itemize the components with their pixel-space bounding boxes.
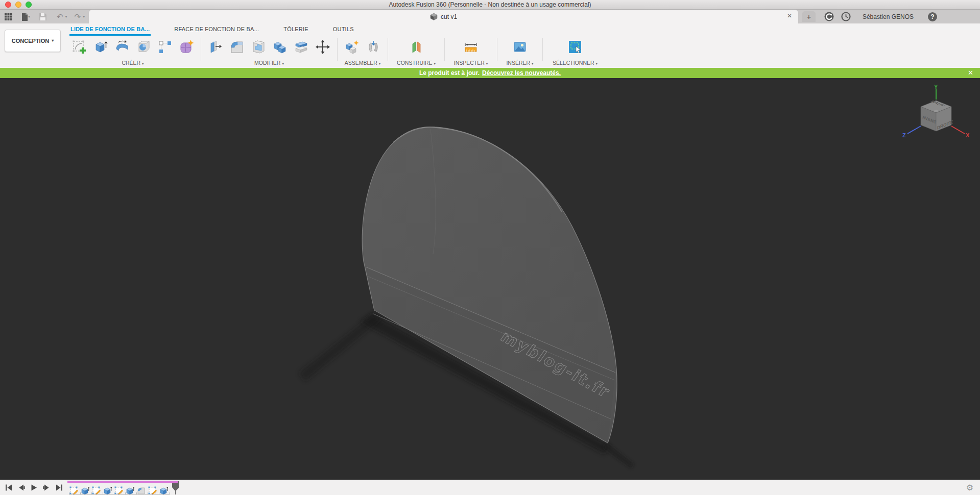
model-shadow-left <box>299 312 381 381</box>
tool-extrude[interactable] <box>90 37 111 57</box>
banner-close-button[interactable]: ✕ <box>968 69 973 77</box>
ribbon-tabs: LIDE DE FONCTION DE BA... RFACE DE FONCT… <box>69 24 355 36</box>
viewcube-axis-y-label: Y <box>934 84 938 90</box>
go-to-end-button[interactable] <box>56 484 63 491</box>
document-cube-icon <box>430 13 438 20</box>
tool-hole[interactable] <box>133 37 154 57</box>
viewport[interactable]: myblog-it.fr Y HAUT AVANT DROITE Z X <box>0 78 980 480</box>
banner-close-icon: ✕ <box>968 69 973 77</box>
banner-message: Le produit est à jour. <box>419 69 480 77</box>
banner-link[interactable]: Découvrez les nouveautés. <box>482 69 561 77</box>
tool-rectangular-pattern[interactable] <box>154 37 176 57</box>
job-status-button[interactable] <box>824 12 834 21</box>
rectangular-pattern-icon <box>157 39 173 55</box>
ribbon-tab-surface[interactable]: RFACE DE FONCTION DE BA... <box>173 24 260 36</box>
tool-create-sketch[interactable] <box>68 37 90 57</box>
tool-joint[interactable] <box>363 37 384 57</box>
tool-new-component[interactable] <box>341 37 363 57</box>
create-sketch-icon <box>71 39 87 55</box>
traffic-lights <box>5 2 32 8</box>
model-body[interactable]: myblog-it.fr <box>362 127 617 443</box>
tool-shell[interactable] <box>248 37 269 57</box>
undo-dropdown-caret-icon[interactable]: ▾ <box>65 15 67 19</box>
select-window-icon <box>567 39 583 55</box>
redo-dropdown-caret-icon[interactable]: ▾ <box>83 15 85 19</box>
tool-split-body[interactable] <box>291 37 312 57</box>
group-modifier: MODIFIER ▾ <box>205 36 333 67</box>
tool-combine[interactable] <box>269 37 291 57</box>
new-tab-button[interactable]: + <box>802 11 816 22</box>
ribbon-tab-outils[interactable]: OUTILS <box>332 24 355 36</box>
timeline-bar: ⚙ <box>0 480 980 495</box>
group-divider <box>201 38 201 61</box>
app-grid-button[interactable] <box>4 11 13 22</box>
group-label-assembler[interactable]: ASSEMBLER ▾ <box>341 58 384 66</box>
insert-image-icon <box>512 39 528 55</box>
timeline-group-bar[interactable] <box>67 481 178 483</box>
clock-icon <box>841 12 851 21</box>
tool-insert-image[interactable] <box>509 37 531 57</box>
split-body-icon <box>294 39 309 55</box>
tool-fillet[interactable] <box>226 37 248 57</box>
user-name[interactable]: Sébastien GENOS <box>863 13 914 20</box>
group-construire: CONSTRUIRE ▾ <box>392 36 441 67</box>
group-divider <box>497 38 497 61</box>
group-label-inspecter[interactable]: INSPECTER ▾ <box>448 58 493 66</box>
workspace-selector[interactable]: CONCEPTION ▾ <box>5 30 61 52</box>
group-assembler: ASSEMBLER ▾ <box>341 36 384 67</box>
play-icon <box>31 484 37 491</box>
timeline-strip <box>69 480 180 495</box>
tool-construction-plane[interactable] <box>405 37 427 57</box>
viewcube[interactable]: Y HAUT AVANT DROITE Z X <box>900 84 972 144</box>
modifier-caret-icon: ▾ <box>282 62 284 65</box>
group-inserer: INSÉRER ▾ <box>501 36 539 67</box>
tool-press-pull[interactable] <box>205 37 226 57</box>
create-form-icon <box>179 39 194 55</box>
group-label-selectionner[interactable]: SÉLECTIONNER ▾ <box>546 58 604 66</box>
construire-caret-icon: ▾ <box>434 62 436 65</box>
help-button[interactable]: ? <box>928 12 937 21</box>
undo-icon: ↶ <box>57 13 63 20</box>
ribbon-tab-tolerie[interactable]: TÔLERIE <box>282 24 309 36</box>
group-label-construire[interactable]: CONSTRUIRE ▾ <box>392 58 441 66</box>
step-back-button[interactable] <box>18 484 25 491</box>
play-button[interactable] <box>31 484 37 491</box>
timeline-settings-button[interactable]: ⚙ <box>966 484 973 492</box>
timeline-marker[interactable] <box>172 481 180 494</box>
ribbon-groups: CRÉER ▾ <box>68 36 604 67</box>
go-to-start-button[interactable] <box>5 484 12 491</box>
model-shadow-tip <box>603 442 634 468</box>
notifications-button[interactable] <box>841 12 851 21</box>
document-tab[interactable]: cut v1 ✕ <box>89 10 798 23</box>
press-pull-icon <box>208 39 223 55</box>
tool-revolve[interactable] <box>111 37 133 57</box>
group-label-inserer[interactable]: INSÉRER ▾ <box>501 58 539 66</box>
inserer-caret-icon: ▾ <box>532 62 534 65</box>
redo-button[interactable]: ↷ ▾ <box>74 11 86 22</box>
macos-titlebar: Autodesk Fusion 360 (Personnelle - Non d… <box>0 0 980 10</box>
undo-button[interactable]: ↶ ▾ <box>56 11 68 22</box>
tool-create-form[interactable] <box>176 37 197 57</box>
window-zoom-button[interactable] <box>26 2 32 8</box>
save-button[interactable] <box>38 11 47 22</box>
group-label-modifier[interactable]: MODIFIER ▾ <box>205 58 333 66</box>
tool-move[interactable] <box>312 37 333 57</box>
step-forward-button[interactable] <box>43 484 50 491</box>
gear-icon: ⚙ <box>966 483 973 492</box>
ribbon-tab-solide[interactable]: LIDE DE FONCTION DE BA... <box>69 24 151 36</box>
window-close-button[interactable] <box>5 2 11 8</box>
group-label-creer[interactable]: CRÉER ▾ <box>68 58 197 66</box>
window-minimize-button[interactable] <box>15 2 21 8</box>
file-menu-button[interactable]: ▾ <box>20 11 31 22</box>
viewcube-axis-x-line <box>951 126 965 134</box>
tool-select-window[interactable] <box>564 37 586 57</box>
group-divider <box>444 38 445 61</box>
close-icon: ✕ <box>787 12 792 19</box>
selectionner-caret-icon: ▾ <box>596 62 598 65</box>
close-tab-button[interactable]: ✕ <box>787 12 792 19</box>
tool-measure[interactable] <box>460 37 482 57</box>
new-component-icon <box>344 39 360 55</box>
workspace-label: CONCEPTION <box>12 38 49 44</box>
combine-icon <box>272 39 288 55</box>
step-back-icon <box>18 484 25 491</box>
